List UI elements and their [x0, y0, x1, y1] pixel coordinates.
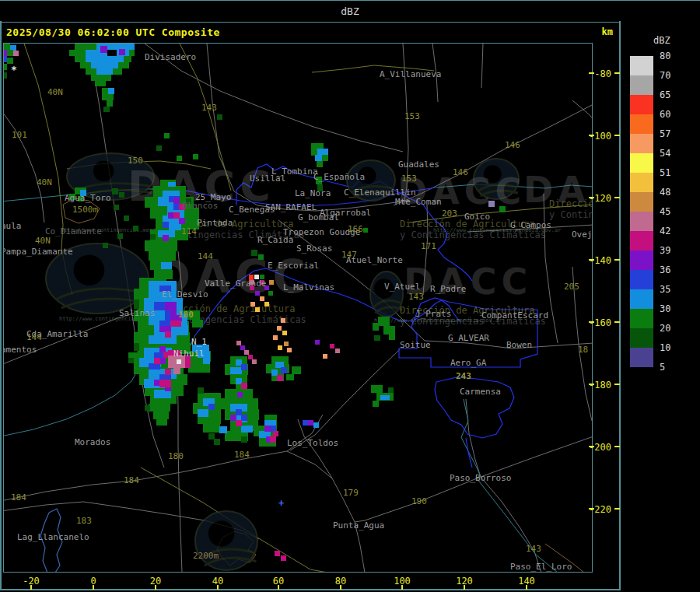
- right-tick-mark: [614, 508, 620, 510]
- legend-color-box: [630, 212, 653, 231]
- route-label: 243: [456, 372, 471, 380]
- legend-color-box: [630, 192, 653, 212]
- radar-map-canvas: DACCDACCDACCDACCDACCDirección de Agricul…: [3, 43, 593, 573]
- echo-cell: [292, 366, 301, 374]
- echo-cell: [208, 404, 215, 410]
- echo-cell: [3, 44, 10, 50]
- map-line-teal: [461, 399, 481, 477]
- echo-cell: [284, 342, 289, 346]
- route-label: 205: [564, 282, 579, 291]
- reflectivity-legend: dBZ 807065605754514845423936353020105: [621, 21, 700, 590]
- bottom-tick-mark: [93, 585, 94, 590]
- route-label: 190: [411, 497, 427, 506]
- route-label: 2200m: [193, 552, 219, 560]
- watermark-text-line2: y Contingencias Climáticas: [549, 210, 593, 219]
- echo-cell: [96, 68, 113, 75]
- route-label: 147: [341, 250, 357, 259]
- place-label: La_Nora: [295, 189, 331, 198]
- map-marker: *: [11, 65, 17, 75]
- legend-color-box: [630, 270, 653, 289]
- echo-cell: [241, 415, 247, 421]
- route-label: 179: [343, 489, 359, 497]
- place-label: G_Campos: [510, 221, 551, 229]
- echo-cell: [177, 359, 181, 364]
- echo-cell: [277, 375, 283, 381]
- echo-cell: [315, 155, 322, 161]
- place-label: Nihuil: [173, 349, 205, 358]
- echo-cell: [129, 50, 135, 56]
- echo-cell: [164, 133, 170, 138]
- legend-title: dBZ: [653, 35, 670, 46]
- echo-cell: [149, 335, 177, 344]
- echo-cell: [198, 387, 204, 394]
- place-label: Paso_Borroso: [450, 474, 511, 482]
- place-label: G_ALVEAR: [448, 334, 489, 342]
- legend-color-box: [630, 309, 653, 328]
- legend-value: 60: [660, 110, 670, 119]
- route-label: 150: [128, 156, 143, 165]
- place-label: Co_Diamante: [45, 227, 102, 236]
- place-label: S_Rosas: [296, 244, 332, 253]
- echo-cell: [149, 363, 160, 370]
- place-label: Blancos: [182, 201, 218, 210]
- right-tick-mark: [589, 321, 594, 323]
- route-label: 183: [76, 517, 92, 525]
- echo-cell: [219, 426, 227, 433]
- map-line-gray: [481, 44, 483, 88]
- right-tick-label: -140: [585, 256, 611, 265]
- route-label: 40N: [47, 88, 63, 96]
- legend-value: 48: [660, 187, 670, 197]
- echo-cell: [315, 340, 320, 345]
- right-tick-mark: [589, 135, 594, 136]
- legend-value: 35: [660, 285, 670, 294]
- echo-cell: [203, 424, 220, 433]
- echo-cell: [114, 205, 119, 210]
- route-label: 143: [201, 103, 217, 112]
- echo-cell: [159, 358, 166, 364]
- echo-cell: [163, 235, 169, 241]
- place-label: Guadales: [398, 160, 439, 169]
- legend-color-box: [630, 348, 653, 367]
- echo-cell: [264, 426, 271, 432]
- echo-cell: [264, 302, 269, 307]
- legend-value: 65: [660, 90, 670, 100]
- echo-cell: [3, 64, 7, 70]
- route-label: 40N: [35, 236, 51, 245]
- echo-cell: [252, 359, 257, 364]
- echo-cell: [192, 320, 203, 328]
- right-tick-mark: [614, 72, 620, 74]
- route-label: 146: [505, 141, 520, 149]
- echo-cell: [133, 226, 138, 231]
- right-tick-label: -100: [585, 131, 611, 141]
- legend-value: 51: [660, 168, 670, 177]
- map-line-gray: [481, 477, 541, 572]
- echo-cell: [153, 412, 169, 419]
- echo-cell: [258, 254, 264, 260]
- echo-cell: [86, 56, 124, 62]
- legend-color-box: [630, 75, 653, 95]
- echo-cell: [281, 555, 286, 561]
- route-label: 184: [11, 493, 26, 502]
- echo-cell: [100, 46, 107, 53]
- place-label: Pampa_Diamante: [3, 247, 73, 256]
- legend-value: 42: [660, 226, 670, 236]
- map-line-gray: [287, 451, 332, 478]
- echo-cell: [134, 343, 139, 351]
- right-tick-mark: [589, 72, 594, 74]
- place-label: R_Padre: [430, 285, 466, 293]
- echo-cell: [124, 56, 131, 62]
- place-label: amentos: [3, 345, 37, 354]
- route-label: 203: [442, 209, 457, 218]
- echo-cell: [388, 387, 394, 393]
- echo-cell: [168, 182, 176, 187]
- echo-cell: [273, 431, 278, 436]
- right-tick-mark: [614, 384, 620, 385]
- echo-cell: [335, 349, 340, 353]
- route-label: 143: [526, 545, 541, 553]
- route-label: 146: [453, 168, 468, 177]
- echo-cell: [179, 218, 185, 224]
- echo-cell: [317, 149, 328, 155]
- place-label: Agua_Toro: [65, 194, 111, 202]
- place-label: J_Prats: [415, 310, 451, 318]
- echo-cell: [165, 302, 177, 310]
